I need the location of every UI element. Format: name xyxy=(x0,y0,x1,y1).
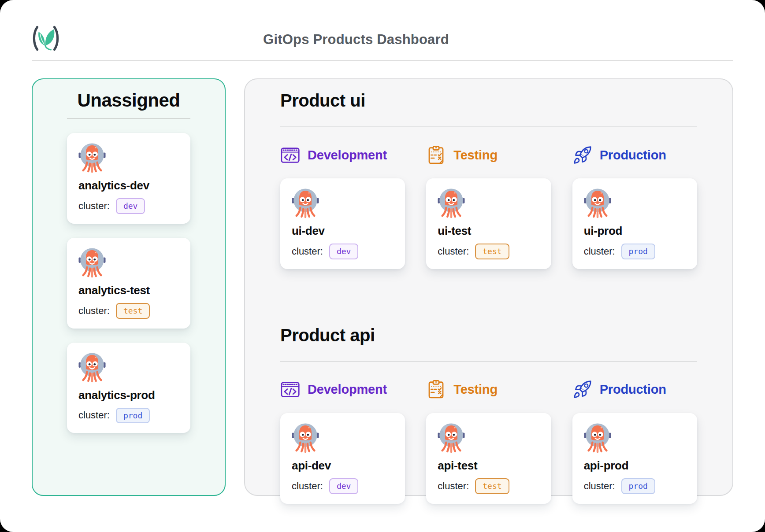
argo-octopus-icon xyxy=(78,142,106,174)
cluster-badge: dev xyxy=(329,244,359,259)
argo-octopus-icon xyxy=(78,247,106,278)
app-name: ui-test xyxy=(438,224,539,238)
cluster-row: cluster: test xyxy=(78,303,179,319)
stage-column-development: Development api-dev cluster: dev xyxy=(280,380,405,504)
cluster-label: cluster: xyxy=(438,246,469,257)
rocket-icon xyxy=(572,145,592,165)
stage-card-slot: api-test cluster: test xyxy=(426,413,551,504)
cluster-badge: prod xyxy=(621,244,655,259)
cluster-row: cluster: test xyxy=(438,478,539,494)
stage-card-slot: api-prod cluster: prod xyxy=(572,413,697,504)
app-card-api-dev[interactable]: api-dev cluster: dev xyxy=(280,413,405,504)
cluster-badge: prod xyxy=(621,478,655,494)
cluster-label: cluster: xyxy=(584,246,615,257)
unassigned-title: Unassigned xyxy=(67,90,190,111)
app-name: ui-dev xyxy=(292,224,394,238)
stage-card-slot: ui-prod cluster: prod xyxy=(572,178,697,269)
app-card-ui-dev[interactable]: ui-dev cluster: dev xyxy=(280,178,405,269)
argo-octopus-icon xyxy=(78,351,106,383)
stage-column-testing: Testing api-test cluster: test xyxy=(426,380,551,504)
cluster-label: cluster: xyxy=(584,480,615,492)
stage-header-testing: Testing xyxy=(426,380,551,400)
stage-label: Testing xyxy=(453,382,498,397)
app-name: analytics-test xyxy=(78,284,179,297)
app-name: analytics-prod xyxy=(78,388,179,402)
argo-octopus-icon xyxy=(438,422,465,454)
cluster-label: cluster: xyxy=(78,305,110,317)
product-section-ui: Product ui Development ui-dev xyxy=(280,91,697,269)
cluster-row: cluster: prod xyxy=(584,478,686,494)
argo-octopus-icon xyxy=(438,187,465,219)
stage-label: Testing xyxy=(453,148,498,163)
page-title: GitOps Products Dashboard xyxy=(32,32,680,48)
cluster-label: cluster: xyxy=(78,410,110,421)
app-name: api-dev xyxy=(292,459,394,473)
cluster-row: cluster: test xyxy=(438,244,539,259)
stage-header-development: Development xyxy=(280,145,405,165)
app-card-ui-prod[interactable]: ui-prod cluster: prod xyxy=(572,178,697,269)
stage-label: Production xyxy=(600,148,666,163)
cluster-badge: test xyxy=(475,478,509,494)
stage-column-production: Production ui-prod cluster: prod xyxy=(572,145,697,269)
app-name: ui-prod xyxy=(584,224,686,238)
stage-column-production: Production api-prod cluster: prod xyxy=(572,380,697,504)
product-section-api: Product api Development api-dev xyxy=(280,325,697,504)
cluster-row: cluster: prod xyxy=(584,244,686,259)
app-card-analytics-dev[interactable]: analytics-dev cluster: dev xyxy=(67,133,190,224)
cluster-row: cluster: dev xyxy=(78,198,179,214)
divider xyxy=(280,126,697,127)
cluster-row: cluster: dev xyxy=(292,478,394,494)
argo-octopus-icon xyxy=(584,187,611,219)
stage-row: Development api-dev cluster: dev xyxy=(280,380,697,504)
cluster-label: cluster: xyxy=(292,480,323,492)
clipboard-checklist-icon xyxy=(426,145,446,165)
code-window-icon xyxy=(280,380,300,399)
cluster-label: cluster: xyxy=(292,246,323,257)
stage-header-production: Production xyxy=(572,145,697,165)
app-name: api-prod xyxy=(584,459,686,473)
argo-octopus-icon xyxy=(584,422,611,454)
divider xyxy=(67,118,190,119)
cluster-badge: test xyxy=(475,244,509,259)
app-card-api-test[interactable]: api-test cluster: test xyxy=(426,413,551,504)
unassigned-panel: Unassigned analytics-dev cluster: dev xyxy=(32,78,226,496)
stage-card-slot: ui-test cluster: test xyxy=(426,178,551,269)
stage-column-development: Development ui-dev cluster: dev xyxy=(280,145,405,269)
cluster-row: cluster: dev xyxy=(292,244,394,259)
cluster-badge: prod xyxy=(116,408,150,424)
app-card-analytics-test[interactable]: analytics-test cluster: test xyxy=(67,238,190,329)
cluster-label: cluster: xyxy=(78,200,110,212)
main-content: Unassigned analytics-dev cluster: dev xyxy=(0,61,765,496)
stage-header-production: Production xyxy=(572,380,697,400)
argo-octopus-icon xyxy=(292,187,319,219)
cluster-badge: test xyxy=(116,303,150,319)
code-window-icon xyxy=(280,145,300,165)
cluster-badge: dev xyxy=(116,198,145,214)
stage-card-slot: ui-dev cluster: dev xyxy=(280,178,405,269)
cluster-badge: dev xyxy=(329,478,359,494)
cluster-label: cluster: xyxy=(438,480,469,492)
app-name: api-test xyxy=(438,459,539,473)
stage-label: Development xyxy=(308,382,387,397)
cluster-row: cluster: prod xyxy=(78,408,179,424)
unassigned-card-list: analytics-dev cluster: dev analytics-tes… xyxy=(67,133,190,433)
stage-row: Development ui-dev cluster: dev xyxy=(280,145,697,269)
rocket-icon xyxy=(572,380,592,399)
product-title: Product ui xyxy=(280,91,697,111)
stage-label: Production xyxy=(600,382,666,397)
stage-label: Development xyxy=(308,148,387,163)
app-card-ui-test[interactable]: ui-test cluster: test xyxy=(426,178,551,269)
header: GitOps Products Dashboard xyxy=(32,0,733,61)
app-name: analytics-dev xyxy=(78,179,179,192)
stage-header-testing: Testing xyxy=(426,145,551,165)
stage-column-testing: Testing ui-test cluster: test xyxy=(426,145,551,269)
app-card-api-prod[interactable]: api-prod cluster: prod xyxy=(572,413,697,504)
product-title: Product api xyxy=(280,325,697,345)
products-panel: Product ui Development ui-dev xyxy=(244,78,733,496)
argo-octopus-icon xyxy=(292,422,319,454)
app-card-analytics-prod[interactable]: analytics-prod cluster: prod xyxy=(67,343,190,433)
clipboard-checklist-icon xyxy=(426,380,446,399)
stage-header-development: Development xyxy=(280,380,405,400)
divider xyxy=(280,361,697,362)
stage-card-slot: api-dev cluster: dev xyxy=(280,413,405,504)
